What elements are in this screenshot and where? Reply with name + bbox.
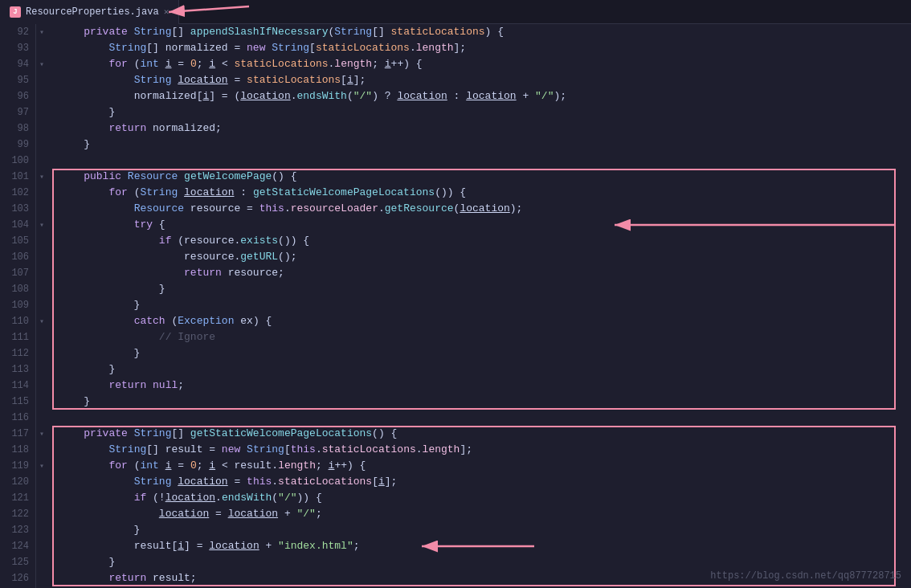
token: : — [234, 186, 252, 198]
fold-icon[interactable] — [36, 185, 47, 201]
token — [59, 26, 84, 38]
fold-icon[interactable] — [36, 265, 47, 281]
fold-icon[interactable] — [36, 361, 47, 378]
fold-icon[interactable] — [36, 201, 47, 217]
fold-icon[interactable]: ▾ — [36, 217, 47, 233]
token: "/" — [535, 90, 554, 102]
line-number: 125 — [6, 554, 29, 570]
token: location — [159, 508, 209, 520]
token: resource — [184, 251, 234, 263]
fold-icon[interactable] — [36, 104, 47, 120]
fold-icon[interactable] — [36, 554, 47, 570]
token: [] — [372, 26, 390, 38]
line-number: 99 — [6, 137, 29, 153]
token: } — [59, 138, 90, 150]
fold-icon[interactable] — [36, 410, 47, 426]
token: ( — [128, 459, 141, 472]
token: = — [228, 42, 247, 54]
token: try — [134, 218, 153, 231]
token — [59, 58, 108, 70]
file-tab[interactable]: J ResourceProperties.java ✕ — [0, 0, 179, 24]
fold-icon[interactable]: ▾ — [36, 458, 47, 474]
token: getStaticWelcomePageLocations — [190, 427, 372, 439]
token: location — [228, 508, 278, 520]
token — [59, 427, 84, 439]
token: if — [159, 235, 172, 247]
code-line — [52, 153, 911, 169]
token: location — [460, 202, 509, 214]
fold-icon[interactable] — [36, 297, 47, 313]
token: () { — [272, 170, 296, 182]
fold-icon[interactable] — [36, 137, 47, 153]
code-line: return null; — [52, 378, 911, 394]
fold-icon[interactable] — [36, 72, 47, 88]
token — [59, 90, 134, 102]
fold-icon[interactable] — [36, 490, 47, 506]
token: getStaticWelcomePageLocations — [253, 186, 435, 198]
token: { — [153, 218, 165, 231]
line-number: 96 — [6, 88, 29, 104]
token: catch — [134, 315, 165, 327]
fold-icon[interactable]: ▾ — [36, 426, 47, 442]
token — [59, 122, 108, 134]
token: i — [178, 540, 184, 552]
token: } — [59, 524, 140, 536]
fold-icon[interactable] — [36, 522, 47, 538]
fold-icon[interactable]: ▾ — [36, 169, 47, 185]
token: location — [466, 90, 516, 102]
fold-icon[interactable] — [36, 249, 47, 265]
token: result — [165, 443, 203, 455]
fold-icon[interactable] — [36, 281, 47, 297]
tab-close-button[interactable]: ✕ — [164, 6, 170, 17]
code-line: String location = staticLocations[i]; — [52, 72, 911, 88]
token: [] — [146, 443, 165, 455]
line-number: 95 — [6, 72, 29, 88]
fold-icon[interactable] — [36, 506, 47, 522]
fold-icon[interactable] — [36, 394, 47, 410]
token: . — [316, 443, 322, 455]
token: String — [108, 443, 146, 455]
token: [ — [341, 74, 347, 86]
token: } — [59, 283, 165, 295]
fold-icon[interactable] — [36, 442, 47, 458]
token: ( — [128, 186, 141, 198]
token: ; — [372, 58, 385, 70]
fold-icon[interactable] — [36, 120, 47, 137]
token — [146, 379, 153, 391]
fold-icon[interactable]: ▾ — [36, 24, 47, 40]
fold-icon[interactable] — [36, 538, 47, 554]
token: String — [140, 186, 178, 198]
fold-icon[interactable] — [36, 233, 47, 249]
token — [59, 218, 134, 231]
token: for — [108, 186, 127, 198]
token: length — [334, 58, 372, 70]
code-line: return normalized; — [52, 120, 911, 137]
token: ); — [554, 90, 566, 102]
token: ( — [171, 235, 184, 247]
token: ; — [197, 58, 210, 70]
fold-icon[interactable] — [36, 570, 47, 586]
token: if — [134, 492, 147, 504]
fold-icon[interactable] — [36, 378, 47, 394]
token — [59, 170, 84, 182]
code-content[interactable]: private String[] appendSlashIfNecessary(… — [52, 24, 911, 588]
java-icon: J — [10, 6, 21, 18]
fold-icon[interactable] — [36, 474, 47, 490]
token: ; — [316, 459, 329, 472]
fold-icon[interactable]: ▾ — [36, 56, 47, 72]
token: ( — [347, 90, 353, 102]
token — [59, 379, 108, 391]
line-number: 106 — [6, 249, 29, 265]
token: } — [59, 347, 140, 359]
fold-icon[interactable] — [36, 345, 47, 361]
token: ) ? — [372, 90, 397, 102]
fold-icon[interactable] — [36, 329, 47, 345]
fold-icon[interactable] — [36, 153, 47, 169]
fold-icon[interactable] — [36, 88, 47, 104]
fold-icon[interactable]: ▾ — [36, 313, 47, 329]
token: = — [171, 459, 190, 472]
line-number: 98 — [6, 120, 29, 137]
fold-icon[interactable] — [36, 40, 47, 56]
token: . — [378, 202, 385, 214]
line-number: 109 — [6, 297, 29, 313]
